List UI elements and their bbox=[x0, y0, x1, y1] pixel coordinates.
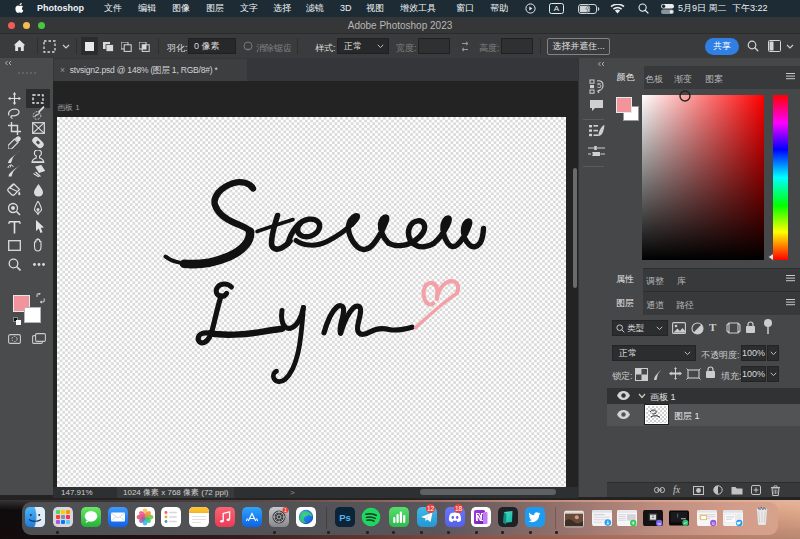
svg-text:m: m bbox=[658, 521, 662, 526]
svg-text:5: 5 bbox=[597, 81, 602, 90]
svg-text:N: N bbox=[475, 513, 481, 523]
svg-text:A: A bbox=[554, 4, 560, 13]
svg-text:Ps: Ps bbox=[339, 512, 351, 523]
